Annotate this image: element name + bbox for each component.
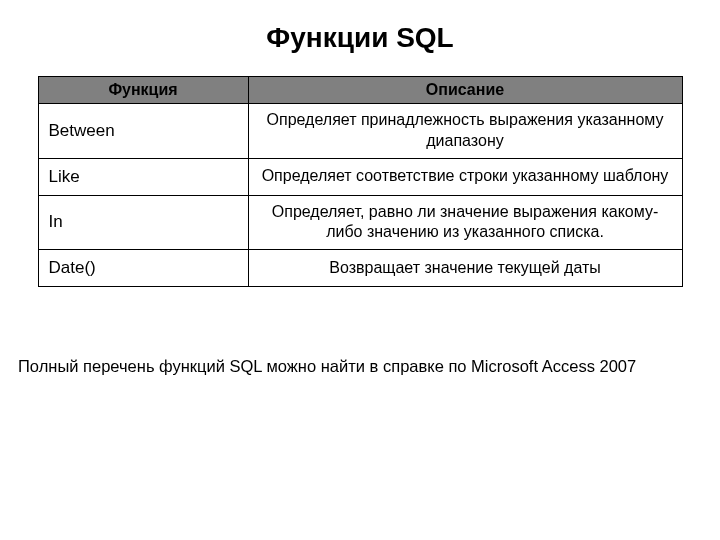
- table-row: Date() Возвращает значение текущей даты: [38, 250, 682, 287]
- cell-description: Определяет принадлежность выражения указ…: [248, 104, 682, 159]
- cell-function: Date(): [38, 250, 248, 287]
- header-function: Функция: [38, 77, 248, 104]
- footnote: Полный перечень функций SQL можно найти …: [0, 287, 720, 376]
- cell-description: Определяет, равно ли значение выражения …: [248, 195, 682, 250]
- table-row: In Определяет, равно ли значение выражен…: [38, 195, 682, 250]
- cell-function: Like: [38, 158, 248, 195]
- sql-functions-table: Функция Описание Between Определяет прин…: [38, 76, 683, 287]
- header-description: Описание: [248, 77, 682, 104]
- table-header-row: Функция Описание: [38, 77, 682, 104]
- cell-description: Возвращает значение текущей даты: [248, 250, 682, 287]
- table-row: Like Определяет соответствие строки указ…: [38, 158, 682, 195]
- cell-description: Определяет соответствие строки указанном…: [248, 158, 682, 195]
- page-title: Функции SQL: [0, 0, 720, 76]
- cell-function: Between: [38, 104, 248, 159]
- table-row: Between Определяет принадлежность выраже…: [38, 104, 682, 159]
- cell-function: In: [38, 195, 248, 250]
